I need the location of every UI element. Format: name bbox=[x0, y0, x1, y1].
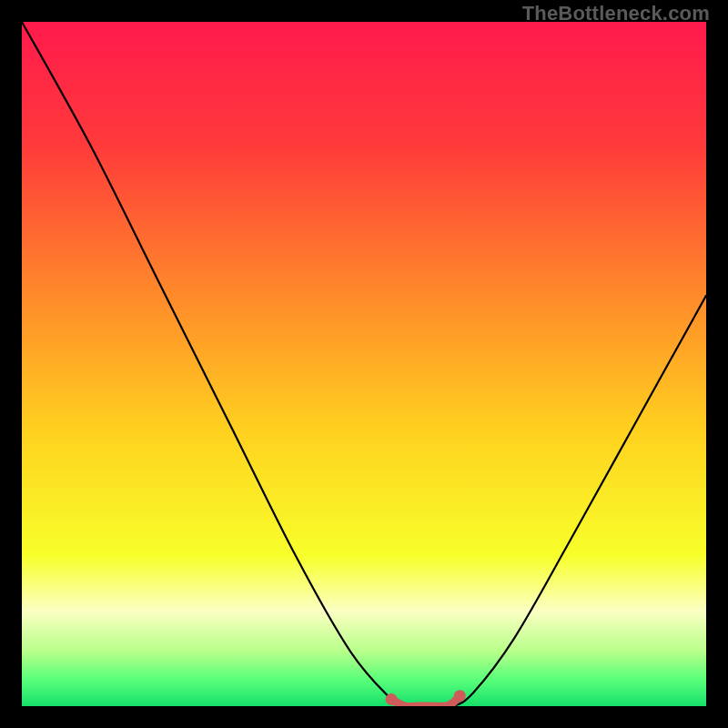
svg-rect-0 bbox=[22, 22, 706, 706]
chart-frame bbox=[22, 22, 706, 706]
chart-background-gradient bbox=[22, 22, 706, 706]
